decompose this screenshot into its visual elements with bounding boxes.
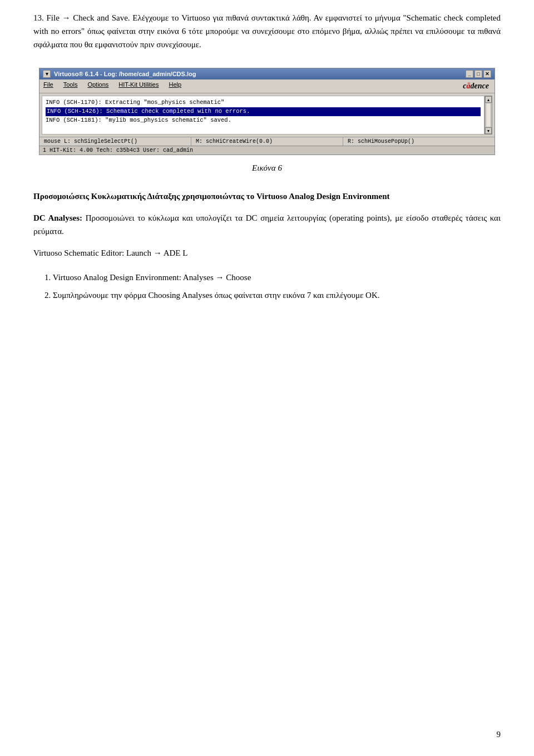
launch-line-text: Virtuoso Schematic Editor: Launch → ADE … — [33, 248, 187, 257]
menubar: File Tools Options HIT-Kit Utilities Hel… — [39, 79, 495, 93]
dc-analyses-label: DC Analyses: — [33, 213, 82, 222]
virtuoso-window: ▾ Virtuoso® 6.1.4 - Log: /home/cad_admin… — [39, 68, 495, 155]
scroll-up-btn[interactable]: ▲ — [485, 96, 492, 103]
item-1-number: 1. — [44, 273, 53, 282]
dc-analyses-paragraph: DC Analyses: Προσομοιώνει το κύκλωμα και… — [33, 211, 501, 238]
log-line-2-highlighted: INFO (SCH-1426): Schematic check complet… — [46, 107, 481, 116]
page-content: 13. File → Check and Save. Ελέγχουμε το … — [33, 11, 501, 302]
bottom-bar: 1 HIT-Kit: 4.00 Tech: c35b4c3 User: cad_… — [39, 146, 495, 155]
status-mid: M: schHiCreateWire(0.0) — [191, 137, 343, 146]
window-controls: _ □ ✕ — [466, 70, 491, 78]
cadence-logo: cādence — [459, 81, 492, 92]
window-minimize-btn[interactable]: ▾ — [43, 70, 51, 78]
menu-help[interactable]: Help — [167, 81, 183, 92]
numbered-item-1: 1. Virtuoso Analog Design Environment: A… — [44, 271, 501, 284]
figure-caption: Εικόνα 6 — [33, 163, 501, 173]
scrollbar-right[interactable]: ▲ ▼ — [484, 96, 492, 135]
log-line-1: INFO (SCH-1170): Extracting "mos_physics… — [46, 98, 481, 107]
log-area: INFO (SCH-1170): Extracting "mos_physics… — [42, 96, 484, 135]
menu-tools[interactable]: Tools — [62, 81, 80, 92]
menu-file[interactable]: File — [42, 81, 55, 92]
section-heading: Προσομοιώσεις Κυκλωματικής Διάταξης χρησ… — [33, 190, 501, 203]
menu-options[interactable]: Options — [86, 81, 110, 92]
window-titlebar: ▾ Virtuoso® 6.1.4 - Log: /home/cad_admin… — [39, 68, 495, 79]
item-2-text: Συμπληρώνουμε την φόρμα Choosing Analyse… — [53, 291, 380, 300]
window-close-icon[interactable]: ✕ — [483, 70, 491, 78]
scroll-down-btn[interactable]: ▼ — [485, 127, 492, 134]
page-number: 9 — [497, 730, 501, 739]
menu-hitkit[interactable]: HIT-Kit Utilities — [117, 81, 160, 92]
window-minimize-icon[interactable]: _ — [466, 70, 473, 78]
window-maximize-icon[interactable]: □ — [474, 70, 482, 78]
dc-analyses-text: Προσομοιώνει το κύκλωμα και υπολογίζει τ… — [33, 213, 501, 236]
item-2-number: 2. — [44, 291, 53, 300]
log-line-3: INFO (SCH-1181): "mylib mos_physics sche… — [46, 116, 481, 125]
intro-paragraph: 13. File → Check and Save. Ελέγχουμε το … — [33, 11, 501, 51]
launch-line: Virtuoso Schematic Editor: Launch → ADE … — [33, 246, 501, 260]
log-scrollbar-container: INFO (SCH-1170): Extracting "mos_physics… — [39, 93, 495, 137]
item-1-text: Virtuoso Analog Design Environment: Anal… — [53, 273, 251, 282]
numbered-list: 1. Virtuoso Analog Design Environment: A… — [44, 271, 501, 302]
window-title-text: Virtuoso® 6.1.4 - Log: /home/cad_admin/C… — [54, 71, 196, 77]
numbered-item-2: 2. Συμπληρώνουμε την φόρμα Choosing Anal… — [44, 289, 501, 302]
scroll-track — [486, 103, 491, 127]
status-left: mouse L: schSingleSelectPt() — [39, 137, 191, 146]
titlebar-left: ▾ Virtuoso® 6.1.4 - Log: /home/cad_admin… — [43, 70, 196, 78]
status-bar: mouse L: schSingleSelectPt() M: schHiCre… — [39, 137, 495, 146]
status-right: R: schHiMousePopUp() — [343, 137, 495, 146]
